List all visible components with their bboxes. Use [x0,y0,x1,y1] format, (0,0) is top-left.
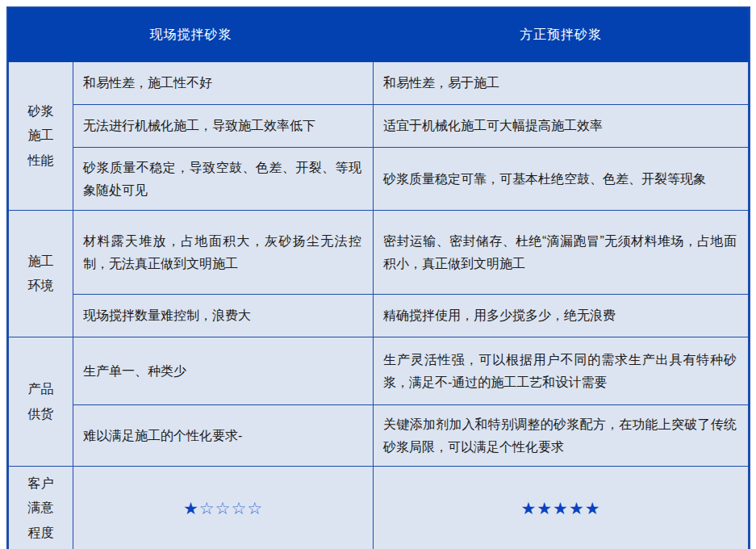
cell-site-customization: 难以满足施工的个性化要求- [73,405,374,467]
star-filled-icon: ★ [183,499,199,518]
table-header-row: 现场搅拌砂浆 方正预拌砂浆 [9,9,749,62]
cell-fz-workability: 和易性差，易于施工 [374,62,749,105]
table-row: 砂浆质量不稳定，导致空鼓、色差、开裂、等现象随处可见 砂浆质量稳定可靠，可基本杜… [9,148,749,211]
cell-site-variety: 生产单一、种类少 [73,337,374,405]
cell-fz-quality: 砂浆质量稳定可靠，可基本杜绝空鼓、色差、开裂等现象 [374,148,749,211]
cell-fz-variety: 生产灵活性强，可以根据用户不同的需求生产出具有特种砂浆，满足不-通过的施工工艺和… [374,337,749,405]
table-row: 砂浆 施工 性能 和易性差，施工性不好 和易性差，易于施工 [9,62,749,105]
star-empty-icon: ☆☆☆☆ [199,499,263,518]
rating-fangzheng: ★★★★★ [374,467,749,549]
header-site-mixed-mortar: 现场搅拌砂浆 [9,9,374,62]
table-row: 难以满足施工的个性化要求- 关键添加剂加入和特别调整的砂浆配方，在功能上突破了传… [9,405,749,467]
table-row: 无法进行机械化施工，导致施工效率低下 适宜于机械化施工可大幅提高施工效率 [9,105,749,148]
section-label-construction-environment: 施工 环境 [9,211,73,337]
table-row: 施工 环境 材料露天堆放，占地面积大，灰砂扬尘无法控制，无法真正做到文明施工 密… [9,211,749,295]
cell-fz-waste: 精确搅拌使用，用多少搅多少，绝无浪费 [374,295,749,337]
cell-fz-material-storage: 密封运输、密封储存、杜绝“滴漏跑冒”无须材料堆场，占地面积小，真正做到文明施工 [374,211,749,295]
header-fangzheng-premixed-mortar: 方正预拌砂浆 [374,9,749,62]
table-row: 产品 供货 生产单一、种类少 生产灵活性强，可以根据用户不同的需求生产出具有特种… [9,337,749,405]
cell-site-waste: 现场搅拌数量难控制，浪费大 [73,295,374,337]
cell-fz-mechanization: 适宜于机械化施工可大幅提高施工效率 [374,105,749,148]
table-row: 客户 满意 程度 ★☆☆☆☆ ★★★★★ [9,467,749,549]
rating-site: ★☆☆☆☆ [73,467,374,549]
cell-site-workability: 和易性差，施工性不好 [73,62,374,105]
star-filled-icon: ★★★★★ [520,499,600,518]
section-label-product-supply: 产品 供货 [9,337,73,467]
mortar-comparison-table: 现场搅拌砂浆 方正预拌砂浆 砂浆 施工 性能 和易性差，施工性不好 和易性差，易… [8,8,749,549]
cell-fz-customization: 关键添加剂加入和特别调整的砂浆配方，在功能上突破了传统砂浆局限，可以满足个性化要… [374,405,749,467]
table-row: 现场搅拌数量难控制，浪费大 精确搅拌使用，用多少搅多少，绝无浪费 [9,295,749,337]
comparison-table: 现场搅拌砂浆 方正预拌砂浆 砂浆 施工 性能 和易性差，施工性不好 和易性差，易… [6,6,750,549]
section-label-customer-satisfaction: 客户 满意 程度 [9,467,73,549]
cell-site-material-storage: 材料露天堆放，占地面积大，灰砂扬尘无法控制，无法真正做到文明施工 [73,211,374,295]
cell-site-quality: 砂浆质量不稳定，导致空鼓、色差、开裂、等现象随处可见 [73,148,374,211]
cell-site-mechanization: 无法进行机械化施工，导致施工效率低下 [73,105,374,148]
section-label-mortar-performance: 砂浆 施工 性能 [9,62,73,211]
